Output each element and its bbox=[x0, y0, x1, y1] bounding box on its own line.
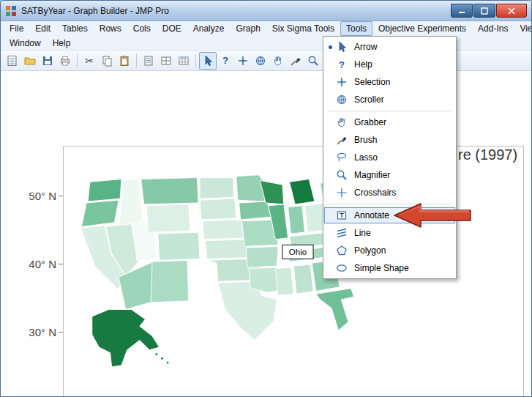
state-sd bbox=[200, 198, 236, 220]
magnifier-icon bbox=[334, 168, 349, 182]
tools-menu-item-magnifier[interactable]: Magnifier bbox=[323, 166, 456, 184]
menu-analyze[interactable]: Analyze bbox=[187, 21, 231, 36]
scroller-globe-icon bbox=[334, 92, 349, 107]
state-ak-island bbox=[166, 361, 169, 364]
selection-icon bbox=[334, 75, 349, 89]
y-axis-label-30n: 30° N bbox=[17, 326, 56, 338]
menu-item-label: Line bbox=[354, 228, 371, 238]
menu-separator bbox=[328, 111, 452, 111]
tools-menu-item-simple-shape[interactable]: Simple Shape bbox=[323, 259, 456, 277]
ohio-annotation[interactable]: Ohio bbox=[282, 245, 313, 259]
brush-icon bbox=[334, 133, 349, 147]
y-axis-label-40n: 40° N bbox=[17, 258, 56, 270]
menu-item-label: Annotate bbox=[354, 210, 389, 220]
window-title: SATByYear - Graph Builder - JMP Pro bbox=[21, 6, 169, 16]
menu-item-label: Lasso bbox=[354, 152, 378, 163]
menu-tables[interactable]: Tables bbox=[56, 21, 94, 36]
state-or bbox=[81, 200, 119, 226]
menubar-row1: File Edit Tables Rows Cols DOE Analyze G… bbox=[1, 21, 531, 36]
tools-dropdown-menu: Arrow ? Help Selection Scroller Grabber … bbox=[323, 36, 457, 279]
menu-cols[interactable]: Cols bbox=[127, 21, 157, 36]
help-tool-icon[interactable]: ? bbox=[217, 52, 234, 70]
menu-item-label: Selection bbox=[354, 77, 390, 87]
cut-icon[interactable]: ✂ bbox=[80, 52, 98, 70]
menu-item-label: Magnifier bbox=[354, 170, 390, 180]
brush-tool-icon[interactable] bbox=[287, 52, 304, 70]
menu-file[interactable]: File bbox=[4, 21, 29, 36]
jmp-app-icon bbox=[5, 5, 17, 17]
paste-icon[interactable] bbox=[116, 52, 133, 70]
menu-tools[interactable]: Tools bbox=[340, 21, 372, 36]
menu-item-label: Polygon bbox=[354, 245, 386, 256]
save-icon[interactable] bbox=[39, 52, 56, 70]
journal-icon[interactable] bbox=[140, 52, 157, 70]
state-ms bbox=[275, 267, 293, 295]
menu-item-label: Arrow bbox=[354, 42, 377, 52]
menu-view[interactable]: View bbox=[514, 21, 532, 36]
tools-menu-item-polygon[interactable]: Polygon bbox=[323, 242, 456, 259]
annotate-icon: T bbox=[334, 208, 349, 223]
arrow-tool-icon[interactable] bbox=[199, 52, 217, 70]
state-wa bbox=[88, 179, 121, 201]
menu-item-label: Grabber bbox=[354, 117, 386, 127]
minimize-button[interactable] bbox=[451, 4, 473, 18]
menu-item-label: Help bbox=[354, 59, 372, 70]
menu-doe[interactable]: DOE bbox=[157, 21, 187, 36]
y-tick bbox=[59, 332, 63, 333]
menu-add-ins[interactable]: Add-Ins bbox=[472, 21, 514, 36]
tools-menu-item-scroller[interactable]: Scroller bbox=[323, 91, 456, 108]
menu-graph[interactable]: Graph bbox=[230, 21, 266, 36]
maximize-button[interactable] bbox=[473, 4, 495, 18]
tools-menu-item-selection[interactable]: Selection bbox=[323, 73, 456, 91]
scroller-tool-icon[interactable] bbox=[252, 52, 269, 70]
tools-menu-item-crosshairs[interactable]: Crosshairs bbox=[323, 184, 456, 201]
tools-menu-item-arrow[interactable]: Arrow bbox=[323, 38, 456, 56]
state-co bbox=[158, 232, 200, 260]
layout-icon[interactable] bbox=[157, 52, 175, 70]
ohio-annotation-label: Ohio bbox=[289, 248, 307, 256]
data-table-icon[interactable] bbox=[175, 52, 192, 70]
new-data-table-icon[interactable] bbox=[4, 52, 21, 70]
state-nm bbox=[151, 260, 189, 302]
titlebar[interactable]: SATByYear - Graph Builder - JMP Pro bbox=[1, 1, 531, 21]
app-window: SATByYear - Graph Builder - JMP Pro File… bbox=[0, 0, 532, 397]
close-button[interactable] bbox=[496, 4, 527, 18]
state-ia bbox=[239, 201, 271, 220]
magnifier-tool-icon[interactable] bbox=[304, 52, 322, 70]
menu-help[interactable]: Help bbox=[47, 36, 77, 51]
state-wy bbox=[146, 204, 190, 232]
menu-six-sigma-tools[interactable]: Six Sigma Tools bbox=[266, 21, 340, 36]
state-ak-island bbox=[155, 353, 158, 356]
menu-window[interactable]: Window bbox=[4, 36, 47, 51]
tools-menu-item-help[interactable]: ? Help bbox=[323, 56, 456, 73]
menu-item-label: Crosshairs bbox=[354, 188, 396, 198]
state-ar bbox=[246, 246, 278, 267]
selected-tool-bullet-icon bbox=[326, 38, 334, 56]
menu-rows[interactable]: Rows bbox=[94, 21, 127, 36]
crosshairs-icon bbox=[334, 185, 349, 200]
arrow-cursor-icon bbox=[334, 40, 349, 54]
graph-title-fragment: re (1997) bbox=[458, 146, 517, 163]
copy-icon[interactable] bbox=[98, 52, 116, 70]
maximize-icon bbox=[480, 7, 489, 15]
menu-item-label: Scroller bbox=[354, 94, 384, 105]
grabber-tool-icon[interactable] bbox=[269, 52, 287, 70]
menu-edit[interactable]: Edit bbox=[29, 21, 56, 36]
menu-item-label: Simple Shape bbox=[354, 263, 409, 273]
y-axis-label-20n: 20° N bbox=[17, 394, 56, 397]
open-icon[interactable] bbox=[21, 52, 39, 70]
state-ne bbox=[203, 220, 244, 240]
menu-objective-experiments[interactable]: Objective Experiments bbox=[372, 21, 472, 36]
line-icon bbox=[334, 226, 349, 240]
state-in bbox=[288, 206, 305, 234]
tools-menu-item-lasso[interactable]: Lasso bbox=[323, 149, 456, 166]
selection-tool-icon[interactable] bbox=[234, 52, 252, 70]
state-ak-island bbox=[161, 357, 164, 360]
state-ks bbox=[206, 240, 247, 259]
y-tick bbox=[59, 196, 63, 196]
close-icon bbox=[507, 7, 516, 15]
y-tick bbox=[59, 264, 63, 264]
print-icon[interactable] bbox=[56, 52, 74, 70]
tools-menu-item-grabber[interactable]: Grabber bbox=[323, 114, 456, 131]
tools-menu-item-brush[interactable]: Brush bbox=[323, 131, 456, 149]
